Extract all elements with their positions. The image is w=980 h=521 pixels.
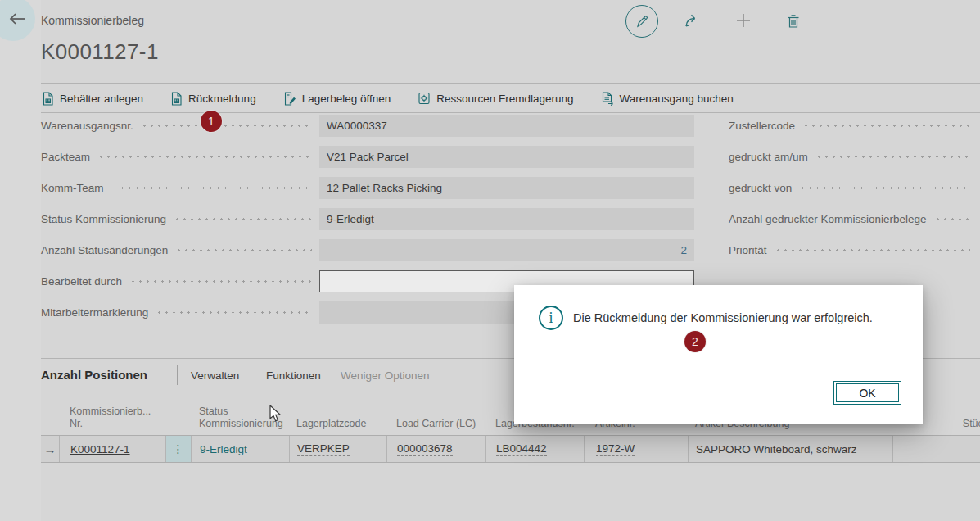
column-header-kommissionierbeleg-nr[interactable]: Kommissionierb... Nr.: [70, 405, 151, 430]
status-kommissionierung-field[interactable]: 9-Erledigt: [319, 208, 694, 230]
action-label: Warenausgang buchen: [620, 93, 734, 105]
dotted-leader: [156, 311, 312, 314]
dotted-leader: [815, 156, 970, 158]
mouse-cursor: [269, 405, 282, 423]
share-icon: [684, 12, 702, 29]
action-ressourcen-fremdlagerung-button[interactable]: Ressourcen Fremdlagerung: [418, 92, 573, 105]
dotted-leader: [97, 156, 312, 158]
row-cell-load-carrier[interactable]: 000003678: [386, 436, 485, 462]
back-arrow-icon: [8, 11, 26, 26]
field-row: gedruckt am/um: [729, 146, 976, 168]
field-row: Bearbeitet durch: [41, 270, 318, 292]
left-gutter: [0, 0, 41, 521]
step-badge-1: 1: [201, 111, 222, 132]
dotted-leader: [175, 249, 312, 251]
dotted-leader: [129, 280, 312, 283]
share-button[interactable]: [677, 5, 708, 36]
dotted-leader: [141, 125, 312, 127]
packteam-label: Packteam: [41, 151, 90, 163]
zustellercode-label: Zustellercode: [729, 120, 795, 132]
document-report-icon: [170, 92, 183, 106]
row-open-arrow[interactable]: →: [41, 436, 59, 462]
divider: [177, 365, 178, 385]
row-nr-link[interactable]: K0001127-1: [70, 443, 130, 455]
menu-funktionen[interactable]: Funktionen: [266, 369, 321, 382]
row-cell-stueckzahl[interactable]: 10: [892, 436, 980, 462]
document-post-icon: [601, 92, 614, 106]
action-label: Ressourcen Fremdlagerung: [436, 93, 573, 105]
action-warenausgang-buchen-button[interactable]: Warenausgang buchen: [601, 92, 734, 106]
row-cell-lagerbestandsnr[interactable]: LB004442: [485, 436, 584, 462]
lagerplatzcode-link[interactable]: VERPKEP: [297, 442, 350, 456]
status-kommissionierung-label: Status Kommissionierung: [41, 213, 166, 225]
row-cell-artikelnr[interactable]: 1972-W: [584, 436, 688, 462]
table-row[interactable]: → K0001127-1 ⋮ 9-Erledigt VERPKEP 000003…: [41, 435, 980, 463]
machine-gear-icon: [418, 92, 431, 105]
komm-team-label: Komm-Team: [41, 182, 104, 194]
komm-team-field[interactable]: 12 Pallet Racks Picking: [319, 177, 694, 199]
column-header-line: Nr.: [70, 418, 151, 430]
dotted-leader: [111, 187, 312, 189]
column-header-lagerplatzcode[interactable]: Lagerplatzcode: [296, 418, 366, 430]
packteam-field[interactable]: V21 Pack Parcel: [319, 146, 694, 168]
column-header-load-carrier[interactable]: Load Carrier (LC): [396, 418, 476, 430]
bearbeitet-durch-label: Bearbeitet durch: [41, 275, 122, 288]
dialog-message: Die Rückmeldung der Kommissionierung war…: [573, 310, 901, 325]
page-title: K0001127-1: [41, 39, 159, 65]
field-row: Anzahl gedruckter Kommissionierbelege: [729, 208, 976, 230]
breadcrumb[interactable]: Kommissionierbeleg: [41, 14, 144, 27]
dotted-leader: [799, 187, 970, 189]
delete-button[interactable]: [778, 5, 809, 36]
divider: [41, 83, 980, 84]
load-carrier-link[interactable]: 000003678: [397, 442, 453, 456]
trash-icon: [786, 13, 801, 29]
pencil-icon: [635, 15, 649, 29]
lines-section-title: Anzahl Positionen: [41, 368, 147, 382]
dotted-leader: [775, 249, 970, 251]
add-button[interactable]: [728, 5, 759, 36]
row-cell-beschreibung[interactable]: SAPPORO Whiteboard, schwarz: [688, 436, 892, 462]
field-row: gedruckt von: [729, 177, 976, 199]
divider: [41, 112, 980, 113]
dotted-leader: [934, 218, 970, 220]
edit-button[interactable]: [625, 5, 658, 38]
mitarbeitermarkierung-label: Mitarbeitermarkierung: [41, 306, 148, 319]
field-row: Zustellercode: [729, 115, 976, 137]
artikelnr-link[interactable]: 1972-W: [596, 442, 635, 456]
action-label: Rückmeldung: [188, 93, 256, 105]
anzahl-gedruckter-kommissionierbelege-label: Anzahl gedruckter Kommissionierbelege: [729, 213, 927, 225]
action-label: Lagerbeleg öffnen: [302, 93, 391, 105]
field-row: Mitarbeitermarkierung: [41, 301, 318, 324]
warenausgangsnr-label: Warenausgangsnr.: [41, 120, 133, 132]
row-cell-lagerplatzcode[interactable]: VERPKEP: [289, 436, 386, 462]
document-bin-icon: [42, 92, 54, 106]
action-rueckmeldung-button[interactable]: Rückmeldung: [170, 92, 256, 106]
prioritaet-label: Priorität: [729, 244, 767, 256]
action-label: Behälter anlegen: [60, 93, 143, 105]
action-lagerbeleg-oeffnen-button[interactable]: Lagerbeleg öffnen: [283, 92, 391, 106]
plus-icon: [735, 12, 752, 29]
row-options-button[interactable]: ⋮: [165, 436, 191, 462]
confirmation-dialog: i Die Rückmeldung der Kommissionierung w…: [514, 285, 923, 424]
anzahl-statusaenderungen-field[interactable]: 2: [319, 239, 694, 261]
row-cell-nr[interactable]: K0001127-1: [59, 436, 165, 462]
column-header-line: Kommissionierb...: [70, 405, 151, 418]
field-row: Komm-Team: [41, 177, 318, 199]
lagerbestandsnr-link[interactable]: LB004442: [496, 442, 547, 456]
field-row: Warenausgangsnr.: [41, 115, 318, 137]
document-edit-icon: [283, 92, 296, 106]
field-row: Status Kommissionierung: [41, 208, 318, 230]
field-row: Packteam: [41, 146, 318, 168]
menu-verwalten[interactable]: Verwalten: [191, 369, 239, 382]
gedruckt-von-label: gedruckt von: [729, 182, 792, 194]
row-cell-status[interactable]: 9-Erledigt: [191, 436, 289, 462]
warenausgangsnr-field[interactable]: WA0000337: [319, 115, 694, 137]
action-behaelter-anlegen-button[interactable]: Behälter anlegen: [42, 92, 143, 106]
gedruckt-am-um-label: gedruckt am/um: [729, 151, 808, 163]
field-row: Anzahl Statusänderungen: [41, 239, 318, 261]
step-badge-2: 2: [684, 331, 706, 352]
ok-button[interactable]: OK: [833, 381, 901, 405]
menu-weniger-optionen[interactable]: Weniger Optionen: [341, 369, 430, 382]
field-row: Priorität: [729, 239, 976, 261]
dotted-leader: [174, 218, 312, 220]
